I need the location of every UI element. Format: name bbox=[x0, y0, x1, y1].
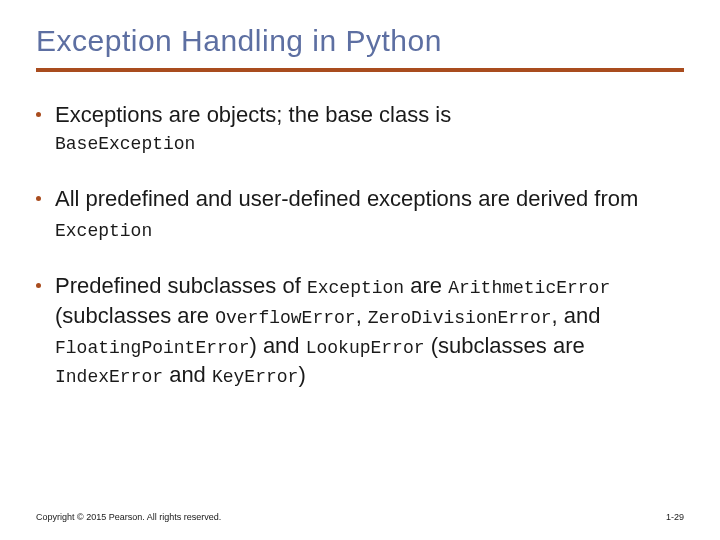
bullet-text: Predefined subclasses of bbox=[55, 273, 307, 298]
bullet-text: ) bbox=[298, 362, 305, 387]
bullet-text: , bbox=[356, 303, 368, 328]
code-exception: Exception bbox=[55, 221, 152, 241]
slide-footer: Copyright © 2015 Pearson. All rights res… bbox=[36, 512, 684, 522]
code-index-error: IndexError bbox=[55, 367, 163, 387]
bullet-text: ) and bbox=[249, 333, 305, 358]
code-base-exception: BaseException bbox=[55, 132, 684, 156]
bullet-text: All predefined and user-defined exceptio… bbox=[55, 186, 638, 211]
code-key-error: KeyError bbox=[212, 367, 298, 387]
slide-title: Exception Handling in Python bbox=[36, 24, 684, 58]
slide-content: Exceptions are objects; the base class i… bbox=[0, 100, 720, 390]
code-overflow-error: OverflowError bbox=[215, 308, 355, 328]
bullet-item: All predefined and user-defined exceptio… bbox=[36, 184, 684, 243]
bullet-dot-icon bbox=[36, 196, 41, 201]
code-exception: Exception bbox=[307, 278, 404, 298]
bullet-dot-icon bbox=[36, 112, 41, 117]
bullet-item: Predefined subclasses of Exception are A… bbox=[36, 271, 684, 390]
bullet-dot-icon bbox=[36, 283, 41, 288]
bullet-text: (subclasses are bbox=[55, 303, 215, 328]
bullet-item: Exceptions are objects; the base class i… bbox=[36, 100, 684, 156]
bullet-text: Exceptions are objects; the base class i… bbox=[55, 102, 451, 127]
code-floating-point-error: FloatingPointError bbox=[55, 338, 249, 358]
code-arithmetic-error: ArithmeticError bbox=[448, 278, 610, 298]
title-rule bbox=[36, 68, 684, 72]
bullet-text: , and bbox=[552, 303, 601, 328]
bullet-text: and bbox=[163, 362, 212, 387]
bullet-text: are bbox=[404, 273, 448, 298]
code-lookup-error: LookupError bbox=[306, 338, 425, 358]
code-zero-division-error: ZeroDivisionError bbox=[368, 308, 552, 328]
page-number: 1-29 bbox=[666, 512, 684, 522]
bullet-text: (subclasses are bbox=[425, 333, 585, 358]
copyright-text: Copyright © 2015 Pearson. All rights res… bbox=[36, 512, 221, 522]
